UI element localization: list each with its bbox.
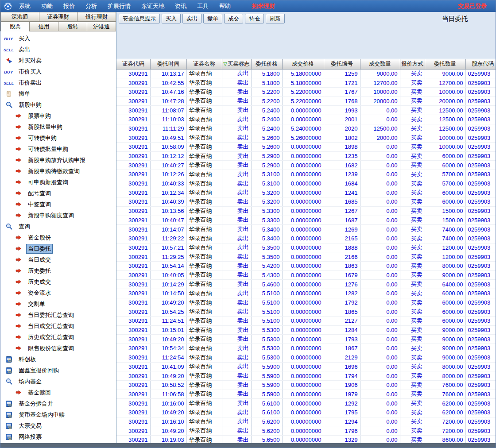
menu-item[interactable]: 系统	[14, 0, 36, 12]
sidebar-item[interactable]: 中签查询	[0, 199, 116, 210]
menu-item[interactable]: 功能	[36, 0, 58, 12]
sidebar-item[interactable]: 查询	[0, 221, 116, 232]
sidebar-item[interactable]: 配号查询	[0, 188, 116, 199]
table-row[interactable]: 30029111:29:22华录百纳卖出5.34000.000000002165…	[116, 234, 496, 243]
sidebar-item[interactable]: 货币基金场内申赎	[0, 409, 116, 420]
table-row[interactable]: 30029110:13:17华录百纳卖出5.18005.180000001259…	[116, 69, 496, 78]
table-row[interactable]: 30029110:47:16华录百纳卖出5.22005.220000001767…	[116, 87, 496, 97]
sidebar-item[interactable]: BUY市价买入	[0, 66, 116, 77]
sidebar-item[interactable]: 交割单	[0, 298, 116, 309]
sidebar-item[interactable]: SELL市价卖出	[0, 77, 116, 88]
sidebar-item[interactable]: 大宗交易	[0, 420, 116, 431]
column-header[interactable]: 证券代码	[116, 59, 150, 69]
table-row[interactable]: 30029110:15:01华录百纳卖出5.53000.000000001284…	[116, 325, 496, 335]
toolbar-button[interactable]: 成交	[224, 14, 243, 23]
sidebar-item[interactable]: 新股申购待缴款查询	[0, 166, 116, 177]
table-row[interactable]: 30029110:40:27华录百纳卖出5.29000.000000001682…	[116, 161, 496, 170]
table-row[interactable]: 30029111:11:29华录百纳卖出5.24005.240000002020…	[116, 124, 496, 133]
table-row[interactable]: 30029110:40:47华录百纳卖出5.33000.000000001687…	[116, 216, 496, 225]
table-row[interactable]: 30029110:40:33华录百纳卖出5.31000.000000001684…	[116, 179, 496, 188]
table-row[interactable]: 30029110:13:56华录百纳卖出5.33000.000000001267…	[116, 206, 496, 216]
table-row[interactable]: 30029110:41:09华录百纳卖出5.59000.000000001696…	[116, 362, 496, 371]
toolbar-button[interactable]: 持仓	[245, 14, 264, 23]
toolbar-button[interactable]: 卖出	[182, 14, 202, 23]
sidebar-item[interactable]: 限售股份信息查询	[0, 343, 116, 354]
table-row[interactable]: 30029110:47:28华录百纳卖出5.22005.220000001768…	[116, 97, 496, 106]
column-header[interactable]: 委托时间	[150, 59, 186, 69]
sidebar-tab[interactable]: 沪港通	[87, 22, 116, 31]
table-row[interactable]: 30029110:58:52华录百纳卖出5.59000.000000001906…	[116, 380, 496, 390]
sidebar-item[interactable]: 历史成交汇总查询	[0, 332, 116, 343]
sidebar-tab[interactable]: 深港通	[0, 12, 39, 22]
column-header[interactable]: 委托价格	[251, 59, 282, 69]
sidebar-item[interactable]: 新股申购放弃认购申报	[0, 154, 116, 166]
toolbar-button[interactable]: 安全信息提示	[119, 14, 160, 23]
table-row[interactable]: 30029111:24:54华录百纳卖出5.53000.000000002129…	[116, 353, 496, 362]
table-row[interactable]: 30029110:19:03华录百纳卖出5.65000.000000001329…	[116, 436, 496, 444]
column-header[interactable]: ▽买卖标志	[222, 59, 251, 69]
column-header[interactable]: 股东代码	[465, 59, 496, 69]
sidebar-tab[interactable]: 股票	[0, 22, 30, 31]
table-row[interactable]: 30029111:24:51华录百纳卖出5.51000.000000002127…	[116, 317, 496, 326]
table-row[interactable]: 30029110:12:26华录百纳卖出5.31000.000000001239…	[116, 170, 496, 179]
sidebar-item[interactable]: 固鑫宝报价回购	[0, 365, 116, 376]
table-row[interactable]: 30029111:10:03华录百纳卖出5.24000.000000002001…	[116, 115, 496, 124]
table-row[interactable]: 30029110:16:10华录百纳卖出5.62000.000000001294…	[116, 417, 496, 426]
column-header[interactable]: 成交价格	[282, 59, 324, 69]
sidebar-item[interactable]: BUY买入	[0, 33, 116, 44]
table-row[interactable]: 30029110:49:20华录百纳卖出5.53000.000000001793…	[116, 335, 496, 344]
sidebar-item[interactable]: 当日委托汇总查询	[0, 309, 116, 321]
menu-item[interactable]: 报价	[58, 0, 80, 12]
sidebar-item[interactable]: 当日成交	[0, 254, 116, 265]
sidebar-item[interactable]: 基金赎回	[0, 387, 116, 398]
column-header[interactable]: 报价方式	[400, 59, 425, 69]
menu-item[interactable]: 资讯	[170, 0, 192, 12]
menu-item[interactable]: 分析	[80, 0, 102, 12]
table-row[interactable]: 30029111:29:25华录百纳卖出5.35000.000000002166…	[116, 252, 496, 262]
table-row[interactable]: 30029110:40:05华录百纳卖出5.43000.000000001679…	[116, 270, 496, 280]
sidebar-tab[interactable]: 银行理财	[77, 12, 116, 22]
table-row[interactable]: 30029110:14:07华录百纳卖出5.34000.000000001269…	[116, 225, 496, 234]
sidebar-item[interactable]: 历史委托	[0, 265, 116, 276]
table-row[interactable]: 30029110:49:20华录百纳卖出5.51000.000000001792…	[116, 298, 496, 307]
table-row[interactable]: 30029110:49:20华录百纳卖出5.59000.000000001794…	[116, 371, 496, 381]
sidebar-item[interactable]: 当日委托	[0, 243, 116, 254]
table-row[interactable]: 30029111:06:58华录百纳卖出5.59000.000000001979…	[116, 390, 496, 399]
toolbar-button[interactable]: 撤单	[203, 14, 222, 23]
table-row[interactable]: 30029110:49:20华录百纳卖出5.62000.000000001796…	[116, 426, 496, 436]
menu-item[interactable]: 工具	[192, 0, 214, 12]
column-header[interactable]: 委托编号	[324, 59, 360, 69]
sidebar-item[interactable]: 可转债批量申购	[0, 143, 116, 154]
table-row[interactable]: 30029111:08:07华录百纳卖出5.24000.000000001993…	[116, 106, 496, 115]
column-header[interactable]: 委托数量	[425, 59, 465, 69]
sidebar-tab[interactable]: 证券理财	[39, 12, 78, 22]
sidebar-item[interactable]: 资金股份	[0, 232, 116, 243]
table-row[interactable]: 30029110:54:34华录百纳卖出5.53000.000000001867…	[116, 344, 496, 353]
sidebar-item[interactable]: 基金分拆合并	[0, 398, 116, 409]
sidebar-item[interactable]: 当日成交汇总查询	[0, 321, 116, 332]
table-row[interactable]: 30029110:49:20华录百纳卖出5.61000.000000001795…	[116, 408, 496, 417]
menu-item[interactable]: 东证天地	[136, 0, 170, 12]
table-row[interactable]: 30029110:54:25华录百纳卖出5.51000.000000001865…	[116, 307, 496, 317]
sidebar-item[interactable]: 科创板	[0, 354, 116, 365]
sidebar-item[interactable]: SELL卖出	[0, 44, 116, 55]
column-header[interactable]: 证券名称	[186, 59, 222, 69]
table-row[interactable]: 30029110:14:50华录百纳卖出5.51000.000000001282…	[116, 289, 496, 298]
table-row[interactable]: 30029110:49:51华录百纳卖出5.26005.260000001802…	[116, 133, 496, 143]
sidebar-item[interactable]: 新股申购	[0, 99, 116, 110]
sidebar-item[interactable]: 历史成交	[0, 276, 116, 287]
table-row[interactable]: 30029110:57:21华录百纳卖出5.35000.000000001888…	[116, 243, 496, 252]
sidebar-item[interactable]: 新股批量申购	[0, 121, 116, 132]
menu-item[interactable]: 抱米理财	[247, 0, 280, 12]
table-row[interactable]: 30029110:16:00华录百纳卖出5.61000.000000001292…	[116, 399, 496, 408]
sidebar-item[interactable]: 可申购新股查询	[0, 177, 116, 188]
column-header[interactable]: 成交数量	[360, 59, 400, 69]
table-row[interactable]: 30029110:40:39华录百纳卖出5.32000.000000001685…	[116, 197, 496, 207]
sidebar-item[interactable]: 场内基金	[0, 376, 116, 387]
table-row[interactable]: 30029110:58:09华录百纳卖出5.26000.000000001898…	[116, 143, 496, 152]
toolbar-button[interactable]: 刷新	[266, 14, 285, 23]
table-row[interactable]: 30029110:54:14华录百纳卖出5.42000.000000001863…	[116, 261, 496, 270]
sidebar-item[interactable]: 新股申购额度查询	[0, 210, 116, 221]
sidebar-item[interactable]: 可转债申购	[0, 132, 116, 143]
sidebar-item[interactable]: 股票申购	[0, 110, 116, 121]
